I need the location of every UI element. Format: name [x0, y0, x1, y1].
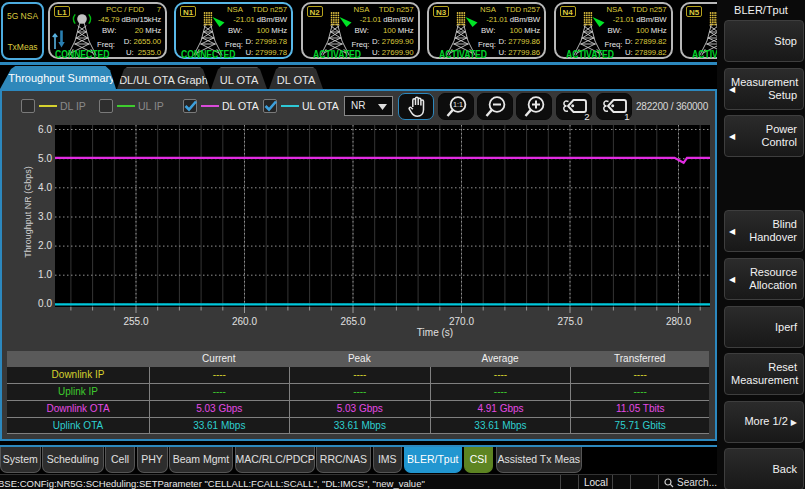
- svg-text:1:1: 1:1: [453, 100, 463, 109]
- svg-text:2: 2: [584, 111, 589, 121]
- svg-text:1: 1: [624, 111, 629, 121]
